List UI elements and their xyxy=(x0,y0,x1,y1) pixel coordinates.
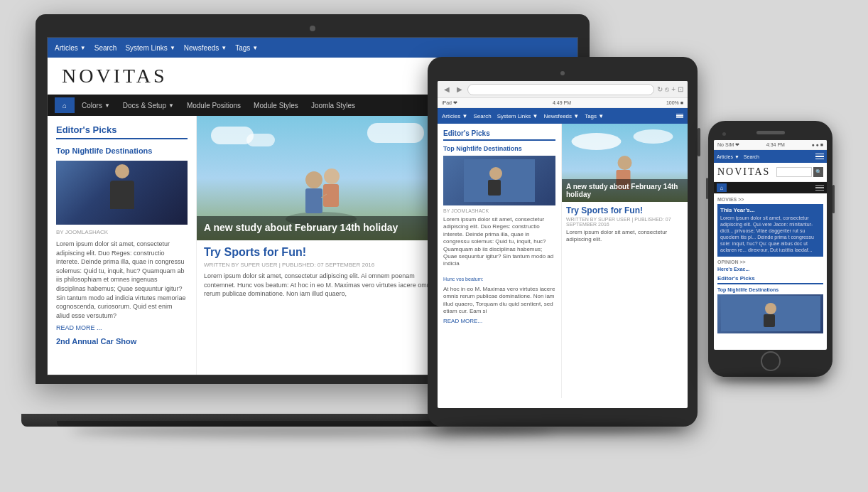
phone-screen: No SIM ❤ 4:34 PM ● ● ■ Articles ▼ Search xyxy=(714,140,827,350)
phone-body: No SIM ❤ 4:34 PM ● ● ■ Articles ▼ Search xyxy=(708,121,832,377)
tablet-camera xyxy=(560,71,565,75)
tablet-nav-articles[interactable]: Articles ▼ xyxy=(442,113,467,119)
phone: No SIM ❤ 4:34 PM ● ● ■ Articles ▼ Search xyxy=(708,121,832,377)
laptop-nav-home[interactable]: ⌂ xyxy=(55,97,75,113)
laptop-nav-joomlastyles[interactable]: Joomla Styles xyxy=(305,97,361,113)
phone-editors-picks-title: Editor's Picks xyxy=(717,275,823,284)
phone-featured-body: Lorem ipsum dolor sit amet, consectetur … xyxy=(720,215,820,254)
laptop-nav-systemlinks[interactable]: System Links ▼ xyxy=(125,44,175,52)
tablet-back-button[interactable]: ◀ xyxy=(442,85,452,95)
tablet-written-by: WRITTEN BY SUPER USER | PUBLISHED: 07 SE… xyxy=(562,217,688,227)
tablet-share-button[interactable]: ⎋ xyxy=(665,85,669,93)
phone-article-title[interactable]: Top Nightlife Destinations xyxy=(717,287,823,292)
phone-nav-search[interactable]: Search xyxy=(744,154,759,159)
laptop-body-text: Lorem ipsum dolor sit amet, consectetur … xyxy=(56,240,188,320)
tablet-body: ◀ ▶ ↻ ⎋ + ⊡ iPad ❤ 4:49 PM 100% ■ xyxy=(428,57,698,427)
phone-navbar: ⌂ xyxy=(714,182,827,193)
phone-heres-title[interactable]: Here's Exac... xyxy=(717,267,823,272)
phone-button-right xyxy=(832,185,835,213)
tablet-screen: ◀ ▶ ↻ ⎋ + ⊡ iPad ❤ 4:49 PM 100% ■ xyxy=(438,81,688,408)
laptop-nav-colors[interactable]: Colors ▼ xyxy=(76,97,116,113)
svg-point-11 xyxy=(634,129,673,144)
phone-article-image xyxy=(717,294,823,333)
laptop-nav-docs[interactable]: Docs & Setup ▼ xyxy=(117,97,180,113)
laptop-nav-articles[interactable]: Articles ▼ xyxy=(55,44,86,52)
phone-movies-label: MOVIES >> xyxy=(717,197,823,202)
laptop-nav-search[interactable]: Search xyxy=(94,44,117,52)
phone-search-input[interactable] xyxy=(776,167,812,177)
laptop-topbar: Articles ▼ Search System Links ▼ Newsfee… xyxy=(48,38,577,58)
laptop-overlay: A new study about February 14th holiday xyxy=(197,216,445,240)
laptop-article-title-1[interactable]: Top Nightlife Destinations xyxy=(56,146,188,155)
phone-opinion-label: OPINION >> xyxy=(717,260,823,264)
tablet-right-image: A new study about February 14th holiday xyxy=(562,124,688,202)
laptop-nav-tags[interactable]: Tags ▼ xyxy=(235,44,258,52)
tablet-overlay-title: A new study about February 14th holiday xyxy=(566,183,683,198)
phone-status-bar: No SIM ❤ 4:34 PM ● ● ■ xyxy=(714,140,827,150)
phone-home-button[interactable] xyxy=(761,351,781,371)
tablet-article-image xyxy=(443,156,555,205)
tablet-read-more[interactable]: READ MORE... xyxy=(443,318,555,324)
tablet-expand-button[interactable]: ⊡ xyxy=(678,85,683,93)
laptop-editors-picks-title: Editor's Picks xyxy=(56,124,188,139)
laptop-middle-body: Lorem ipsum dolor sit amet, consectetur … xyxy=(197,272,445,299)
phone-nav-articles[interactable]: Articles ▼ xyxy=(717,154,739,159)
laptop-article-image xyxy=(56,161,188,225)
laptop-camera xyxy=(310,26,315,31)
scene: Articles ▼ Search System Links ▼ Newsfee… xyxy=(0,0,868,492)
tablet-link[interactable]: Hunc vos beatum: xyxy=(443,277,483,282)
laptop-written-by: WRITTEN BY SUPER USER | PUBLISHED: 07 SE… xyxy=(197,262,445,268)
phone-nav-home[interactable]: ⌂ xyxy=(717,183,727,192)
laptop-middle-column: A new study about February 14th holiday … xyxy=(197,116,446,375)
laptop-nav-modulestyles[interactable]: Module Styles xyxy=(248,97,304,113)
svg-point-12 xyxy=(618,156,632,170)
tablet-topbar: Articles ▼ Search System Links ▼ Newsfee… xyxy=(438,108,688,124)
tablet-left-column: Editor's Picks Top Nightlife Destination… xyxy=(438,124,562,398)
phone-camera xyxy=(722,132,726,136)
tablet-nav-tags[interactable]: Tags ▼ xyxy=(585,113,604,119)
tablet-bookmark-button[interactable]: + xyxy=(671,85,676,93)
tablet-forward-button[interactable]: ▶ xyxy=(455,85,465,95)
phone-speaker xyxy=(756,131,785,134)
tablet-article-title[interactable]: Top Nightlife Destinations xyxy=(443,145,555,152)
svg-point-10 xyxy=(572,133,622,150)
svg-rect-16 xyxy=(764,314,775,327)
phone-header: NOVITAS 🔍 xyxy=(714,163,827,182)
svg-point-7 xyxy=(489,167,502,180)
tablet: ◀ ▶ ↻ ⎋ + ⊡ iPad ❤ 4:49 PM 100% ■ xyxy=(428,57,698,427)
tablet-hamburger-menu[interactable] xyxy=(676,114,683,119)
tablet-sports-title[interactable]: Try Sports for Fun! xyxy=(562,202,688,217)
laptop-read-more[interactable]: READ MORE ... xyxy=(56,324,188,331)
tablet-content: Editor's Picks Top Nightlife Destination… xyxy=(438,124,688,398)
tablet-body-text-2: At hoc in eo M. Maximas vero virtutes ia… xyxy=(443,286,555,316)
laptop-nav-modulepositions[interactable]: Module Positions xyxy=(181,97,246,113)
tablet-nav-search[interactable]: Search xyxy=(473,113,491,119)
svg-rect-8 xyxy=(488,180,501,196)
laptop-nav-newsfeeds[interactable]: Newsfeeds ▼ xyxy=(184,44,227,52)
svg-rect-2 xyxy=(305,188,322,213)
phone-button-left xyxy=(706,178,708,199)
laptop-sports-title[interactable]: Try Sports for Fun! xyxy=(197,240,445,262)
tablet-right-body: Lorem ipsum dolor sit amet, consectetur … xyxy=(562,229,688,244)
laptop-article-title-2[interactable]: 2nd Annual Car Show xyxy=(56,337,188,346)
tablet-url-bar[interactable] xyxy=(467,84,654,95)
phone-search-button[interactable]: 🔍 xyxy=(813,167,823,177)
phone-this-years-title[interactable]: This Year's... xyxy=(720,207,820,213)
tablet-nav-systemlinks[interactable]: System Links ▼ xyxy=(497,113,538,119)
laptop-logo: NOVITAS xyxy=(62,65,168,87)
svg-point-1 xyxy=(305,171,322,188)
tablet-right-column: A new study about February 14th holiday … xyxy=(562,124,688,398)
tablet-browser-bar: ◀ ▶ ↻ ⎋ + ⊡ xyxy=(438,81,688,98)
laptop-overlay-title: A new study about February 14th holiday xyxy=(204,222,438,233)
svg-rect-4 xyxy=(323,184,339,207)
phone-featured-block: This Year's... Lorem ipsum dolor sit ame… xyxy=(717,204,823,257)
phone-topbar: Articles ▼ Search xyxy=(714,150,827,163)
laptop-left-column: Editor's Picks Top Nightlife Destination… xyxy=(48,116,197,375)
phone-menu-icon[interactable] xyxy=(815,185,824,191)
tablet-overlay: A new study about February 14th holiday xyxy=(562,179,688,202)
tablet-body-text: Lorem ipsum dolor sit amet, consectetur … xyxy=(443,216,555,268)
phone-hamburger[interactable] xyxy=(815,154,824,160)
svg-point-15 xyxy=(765,303,776,314)
tablet-nav-newsfeeds[interactable]: Newsfeeds ▼ xyxy=(543,113,579,119)
tablet-reload-button[interactable]: ↻ xyxy=(657,85,663,93)
